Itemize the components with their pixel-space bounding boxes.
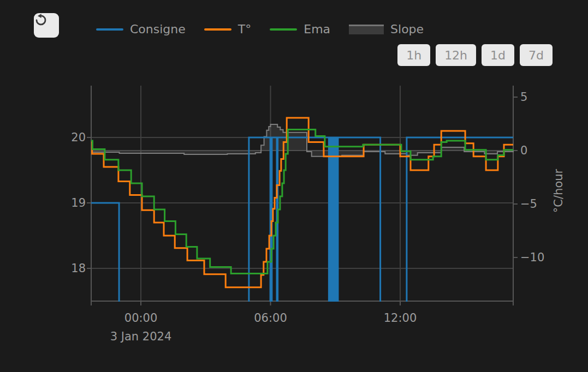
range-button-1d[interactable]: 1d — [482, 44, 514, 66]
range-buttons: 1h 12h 1d 7d — [397, 44, 553, 66]
legend-item-slope[interactable]: Slope — [349, 22, 424, 37]
y-right-axis-title: °C/hour — [552, 153, 565, 229]
legend-item-consigne[interactable]: Consigne — [96, 22, 186, 37]
date-label: 3 Jan 2024 — [97, 330, 185, 343]
y-left-tick-label: 18 — [53, 262, 86, 275]
legend-item-label: T° — [238, 22, 251, 37]
legend-item-ema[interactable]: Ema — [270, 22, 330, 37]
legend-item-temperature[interactable]: T° — [204, 22, 251, 37]
x-tick-label: 06:00 — [246, 311, 295, 325]
legend-item-label: Consigne — [130, 22, 186, 37]
range-button-12h[interactable]: 12h — [436, 44, 476, 66]
ema-line-swatch — [270, 28, 297, 31]
consigne-line-swatch — [96, 28, 123, 31]
y-left-tick-label: 20 — [53, 131, 86, 144]
refresh-button[interactable] — [34, 13, 59, 38]
legend-item-label: Slope — [390, 22, 424, 37]
range-button-1h[interactable]: 1h — [397, 44, 430, 66]
x-tick-label: 12:00 — [376, 311, 425, 325]
y-right-tick-label: −5 — [520, 197, 537, 211]
y-right-tick-label: 0 — [520, 144, 527, 157]
range-button-7d[interactable]: 7d — [520, 44, 553, 66]
y-left-tick-label: 19 — [53, 196, 86, 209]
y-right-tick-label: 5 — [520, 91, 527, 104]
slope-area-swatch — [349, 25, 384, 34]
y-right-tick-label: −10 — [520, 251, 544, 264]
temperature-line-swatch — [204, 28, 231, 31]
legend: Consigne T° Ema Slope — [96, 22, 424, 37]
x-tick-label: 00:00 — [116, 311, 165, 325]
legend-item-label: Ema — [304, 22, 330, 37]
